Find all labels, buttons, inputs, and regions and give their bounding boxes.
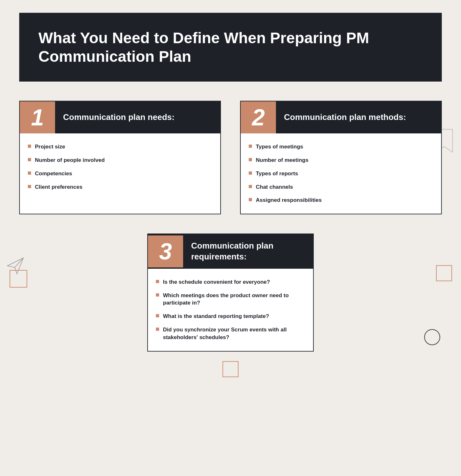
list-item: Competencies (28, 170, 211, 178)
deco-square-bottom-center (222, 361, 239, 377)
bullet-icon (28, 158, 31, 161)
card-2-number: 2 (252, 106, 265, 129)
deco-circle (424, 329, 440, 345)
card-1: 1 Communication plan needs: Project size… (19, 101, 221, 214)
card-1-title: Communication plan needs: (55, 106, 182, 129)
card-1-body: Project size Number of people involved C… (20, 133, 220, 200)
list-item-text: Number of meetings (256, 156, 308, 164)
card-2-number-box: 2 (241, 101, 276, 133)
deco-square-left (10, 270, 27, 288)
list-item: Is the schedule convenient for everyone? (156, 278, 303, 286)
list-item-text: Project size (35, 143, 65, 151)
bullet-icon (28, 171, 31, 175)
list-item-text: Competencies (35, 170, 72, 178)
bullet-icon (28, 185, 31, 188)
card-2-title: Communication plan methods: (276, 106, 414, 129)
page-header: What You Need to Define When Preparing P… (19, 13, 442, 82)
list-item-text: Chat channels (256, 183, 293, 191)
list-item-text: Number of people involved (35, 156, 105, 164)
bullet-icon (249, 198, 252, 201)
card-2-list: Types of meetings Number of meetings Typ… (249, 143, 432, 204)
list-item: What is the standard reporting template? (156, 313, 303, 320)
list-item-text: Is the schedule convenient for everyone? (163, 278, 270, 286)
bottom-card-wrapper: 3 Communication plan requirements: Is th… (19, 234, 442, 351)
list-item-text: Did you synchronize your Scrum events wi… (163, 326, 303, 341)
page-title: What You Need to Define When Preparing P… (38, 29, 423, 66)
card-1-number-box: 1 (20, 101, 55, 133)
bullet-icon (156, 280, 159, 283)
card-2-body: Types of meetings Number of meetings Typ… (241, 133, 441, 214)
bullet-icon (28, 145, 31, 148)
card-1-list: Project size Number of people involved C… (28, 143, 211, 191)
card-2: 2 Communication plan methods: Types of m… (240, 101, 442, 214)
list-item: Types of meetings (249, 143, 432, 151)
list-item: Types of reports (249, 170, 432, 178)
bullet-icon (249, 158, 252, 161)
list-item: Project size (28, 143, 211, 151)
card-3-body: Is the schedule convenient for everyone?… (148, 269, 313, 351)
bullet-icon (156, 314, 159, 317)
bullet-icon (156, 328, 159, 331)
list-item: Number of meetings (249, 156, 432, 164)
list-item: Chat channels (249, 183, 432, 191)
bullet-icon (249, 185, 252, 188)
list-item-text: Types of reports (256, 170, 298, 178)
card-1-header: 1 Communication plan needs: (20, 101, 220, 133)
card-3-header: 3 Communication plan requirements: (148, 234, 313, 269)
bullet-icon (156, 293, 159, 297)
card-3-number: 3 (159, 240, 172, 263)
list-item-text: Which meetings does the product owner ne… (163, 292, 303, 307)
card-1-number: 1 (31, 106, 44, 129)
card-3-number-box: 3 (148, 235, 183, 267)
bullet-icon (249, 145, 252, 148)
card-3-list: Is the schedule convenient for everyone?… (156, 278, 303, 341)
card-3: 3 Communication plan requirements: Is th… (147, 234, 314, 351)
list-item: Did you synchronize your Scrum events wi… (156, 326, 303, 341)
bullet-icon (249, 171, 252, 175)
card-2-header: 2 Communication plan methods: (241, 101, 441, 133)
list-item-text: Client preferences (35, 183, 82, 191)
card-3-title: Communication plan requirements: (183, 234, 313, 269)
cards-row: 1 Communication plan needs: Project size… (19, 101, 442, 214)
list-item: Assigned responsibilities (249, 196, 432, 204)
list-item: Number of people involved (28, 156, 211, 164)
list-item: Client preferences (28, 183, 211, 191)
list-item: Which meetings does the product owner ne… (156, 292, 303, 307)
list-item-text: What is the standard reporting template? (163, 313, 269, 320)
deco-square-right (436, 265, 452, 281)
list-item-text: Types of meetings (256, 143, 303, 151)
list-item-text: Assigned responsibilities (256, 196, 322, 204)
main-content: 1 Communication plan needs: Project size… (0, 82, 461, 390)
